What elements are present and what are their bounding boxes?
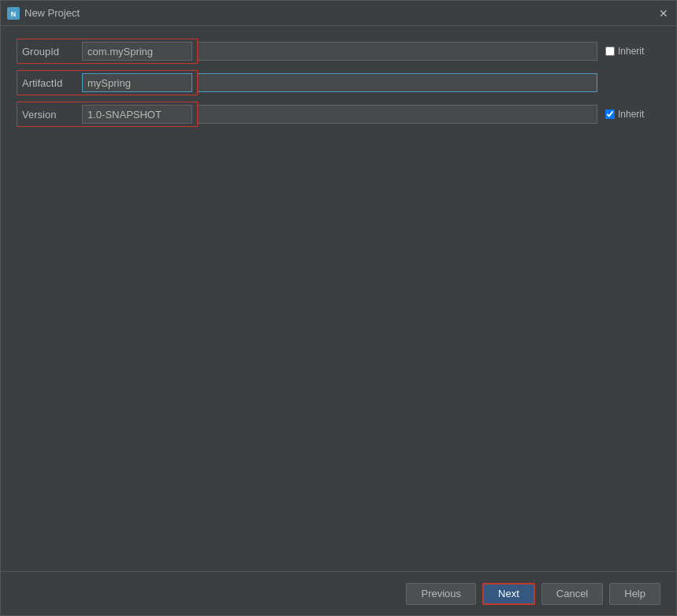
- groupid-label: GroupId: [22, 46, 82, 58]
- version-inherit-label: Inherit: [618, 109, 644, 120]
- artifactid-label: ArtifactId: [22, 77, 82, 89]
- artifactid-input[interactable]: [82, 73, 192, 92]
- version-row: Version Inherit: [17, 102, 660, 127]
- dialog-footer: Previous Next Cancel Help: [1, 571, 676, 615]
- artifactid-outlined: ArtifactId: [17, 70, 198, 95]
- version-input[interactable]: [82, 105, 192, 124]
- form-section: GroupId Inherit ArtifactId: [17, 39, 660, 133]
- groupid-outlined: GroupId: [17, 39, 198, 64]
- title-bar-left: N New Project: [7, 7, 80, 20]
- new-project-dialog: N New Project ✕ GroupId Inherit: [0, 0, 677, 616]
- groupid-extended-input[interactable]: [198, 42, 597, 61]
- app-icon: N: [7, 7, 20, 20]
- groupid-inherit-label: Inherit: [618, 46, 644, 57]
- artifactid-extended-input[interactable]: [198, 73, 597, 92]
- help-button[interactable]: Help: [609, 583, 660, 605]
- version-inherit: Inherit: [605, 109, 660, 120]
- dialog-content: GroupId Inherit ArtifactId: [1, 26, 676, 571]
- title-bar: N New Project ✕: [1, 1, 676, 26]
- previous-button[interactable]: Previous: [406, 583, 476, 605]
- groupid-inherit: Inherit: [605, 46, 660, 57]
- close-button[interactable]: ✕: [657, 7, 670, 20]
- svg-text:N: N: [11, 10, 17, 18]
- artifactid-row: ArtifactId: [17, 70, 660, 95]
- version-outlined: Version: [17, 102, 198, 127]
- dialog-title: New Project: [24, 7, 80, 19]
- version-inherit-checkbox[interactable]: [605, 109, 615, 119]
- groupid-inherit-checkbox[interactable]: [605, 46, 615, 56]
- groupid-input[interactable]: [82, 42, 192, 61]
- groupid-row: GroupId Inherit: [17, 39, 660, 64]
- next-button[interactable]: Next: [482, 583, 535, 605]
- cancel-button[interactable]: Cancel: [541, 583, 603, 605]
- version-label: Version: [22, 109, 82, 121]
- version-extended-input[interactable]: [198, 105, 597, 124]
